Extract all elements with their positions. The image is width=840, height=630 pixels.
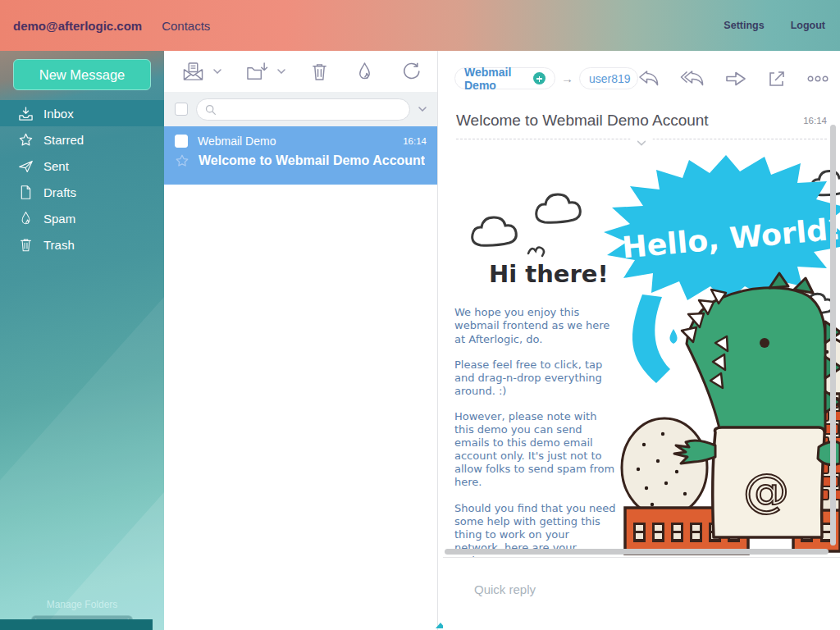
new-message-button[interactable]: New Message	[13, 59, 151, 90]
sidebar-item-drafts[interactable]: Drafts	[0, 179, 164, 205]
select-all-checkbox[interactable]	[175, 103, 188, 116]
sidebar-item-label: Inbox	[43, 107, 74, 121]
message-list-pane: Webmail Demo 16:14 Welcome to Webmail De…	[164, 51, 437, 630]
sidebar-decor	[0, 297, 164, 630]
forward-icon[interactable]	[725, 71, 746, 87]
sidebar-item-label: Trash	[43, 238, 75, 252]
more-options-icon[interactable]	[807, 75, 829, 82]
sidebar-item-starred[interactable]: Starred	[0, 126, 164, 153]
greeting-heading: Hi there!	[489, 260, 609, 288]
mark-read-menu-icon[interactable]	[213, 69, 221, 74]
sender-name: Webmail Demo	[464, 66, 527, 92]
draft-icon	[18, 185, 34, 200]
mark-read-icon[interactable]	[180, 62, 205, 82]
nav-logout[interactable]: Logout	[791, 20, 825, 31]
reading-pane: Webmail Demo → user819 Welcome to Webmai…	[443, 51, 840, 630]
sidebar-item-inbox[interactable]: Inbox	[0, 100, 164, 126]
nav-contacts[interactable]: Contacts	[162, 19, 210, 33]
sidebar-item-label: Starred	[43, 133, 84, 147]
message-list-item[interactable]: Webmail Demo 16:14 Welcome to Webmail De…	[164, 126, 437, 185]
list-toolbar	[164, 51, 437, 92]
sidebar-item-spam[interactable]: Spam	[0, 205, 164, 231]
message-subject: Welcome to Webmail Demo Account	[199, 153, 425, 168]
recipient-pill[interactable]: user819	[579, 67, 638, 89]
sidebar-item-label: Drafts	[43, 185, 76, 199]
refresh-icon[interactable]	[401, 62, 421, 81]
sidebar-item-sent[interactable]: Sent	[0, 153, 164, 179]
account-email[interactable]: demo@afterlogic.com	[13, 19, 142, 33]
search-icon	[204, 103, 217, 116]
message-time: 16:14	[403, 136, 427, 146]
sidebar-item-label: Spam	[43, 212, 75, 226]
move-menu-icon[interactable]	[277, 69, 285, 74]
message-body: Hello, World!	[443, 145, 840, 557]
email-paragraph: However, please note with this demo you …	[454, 410, 617, 490]
trash-icon	[18, 237, 34, 253]
manage-folders-link[interactable]: Manage Folders	[0, 599, 164, 610]
message-sender: Webmail Demo	[198, 135, 276, 148]
spam-icon[interactable]	[356, 62, 373, 82]
message-subject-title: Welcome to Webmail Demo Account	[456, 112, 709, 130]
delete-icon[interactable]	[310, 62, 329, 82]
body-horizontal-scrollbar[interactable]	[445, 549, 829, 555]
email-paragraph: We hope you enjoy this webmail frontend …	[454, 306, 617, 345]
email-paragraph: Please feel free to click, tap and drag-…	[454, 358, 617, 398]
send-icon	[18, 158, 34, 174]
message-checkbox[interactable]	[175, 135, 188, 148]
search-row	[164, 92, 437, 126]
message-time: 16:14	[803, 116, 827, 126]
body-vertical-scrollbar[interactable]	[830, 125, 836, 546]
search-box[interactable]	[196, 98, 410, 121]
reply-all-icon[interactable]	[680, 70, 705, 88]
email-paragraphs: We hope you enjoy this webmail frontend …	[454, 306, 617, 557]
nav-settings[interactable]: Settings	[724, 20, 764, 31]
move-to-folder-icon[interactable]	[245, 62, 269, 82]
shirt-at-symbol: @	[743, 463, 789, 517]
pane-splitter[interactable]	[437, 51, 443, 630]
headers-divider	[456, 139, 827, 145]
reply-icon[interactable]	[638, 70, 660, 88]
search-options-icon[interactable]	[418, 107, 427, 112]
star-icon	[18, 132, 34, 148]
top-bar: demo@afterlogic.com Contacts Settings Lo…	[0, 0, 840, 51]
flame-icon	[18, 211, 34, 226]
sidebar-bottom-strip	[0, 619, 153, 630]
app-body: New Message Inbox Starred Sent Drafts Sp…	[0, 51, 840, 630]
star-icon[interactable]	[175, 153, 189, 168]
quick-reply-section	[443, 557, 840, 630]
inbox-icon	[18, 106, 34, 121]
reading-header: Webmail Demo → user819	[443, 51, 840, 107]
to-arrow-icon: →	[561, 71, 573, 85]
hello-world-text: Hello, World!	[621, 212, 840, 265]
open-in-new-icon[interactable]	[767, 69, 787, 89]
folder-sidebar: New Message Inbox Starred Sent Drafts Sp…	[0, 51, 164, 630]
quick-reply-input[interactable]	[474, 582, 840, 627]
subject-row: Welcome to Webmail Demo Account 16:14	[443, 107, 840, 136]
sender-pill[interactable]: Webmail Demo	[454, 67, 555, 89]
search-input[interactable]	[221, 103, 402, 116]
sidebar-item-label: Sent	[43, 159, 69, 173]
sidebar-item-trash[interactable]: Trash	[0, 231, 164, 258]
recipient-name: user819	[589, 72, 631, 85]
add-contact-icon[interactable]	[533, 72, 546, 84]
